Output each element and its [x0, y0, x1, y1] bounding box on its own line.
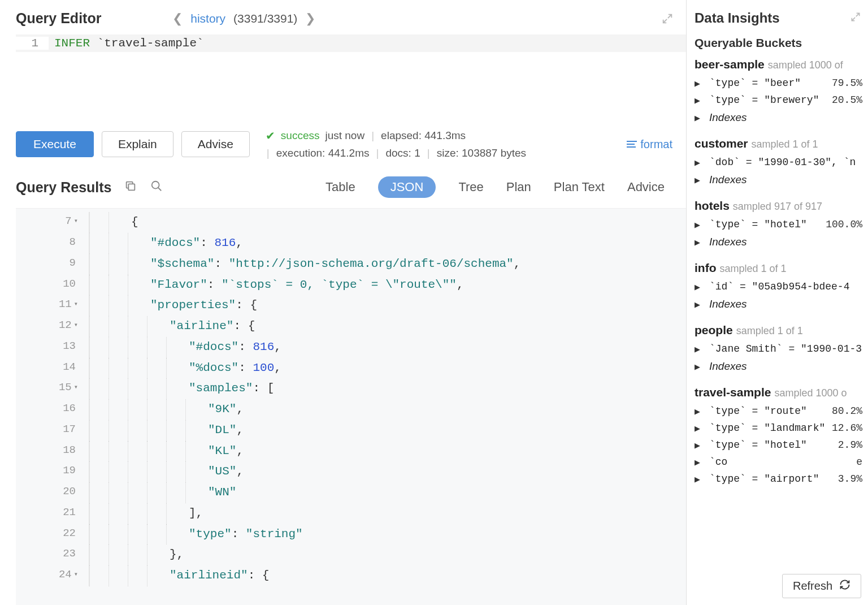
expand-triangle-icon[interactable]: ▶ [695, 345, 704, 353]
json-line[interactable]: 18"KL", [16, 441, 686, 462]
bucket-item[interactable]: ▶`type` = "route"80.2% [695, 403, 868, 420]
bucket-item-text: `type` = "route" [709, 405, 807, 417]
bucket-indexes[interactable]: ▶Indexes [695, 295, 868, 313]
bucket-indexes[interactable]: ▶Indexes [695, 171, 868, 189]
code-editor[interactable]: 1 INFER `travel-sample` [16, 34, 686, 109]
tab-plan[interactable]: Plan [506, 180, 531, 195]
expand-triangle-icon[interactable]: ▶ [695, 114, 704, 122]
json-content: "WN" [205, 482, 236, 503]
expand-triangle-icon[interactable]: ▶ [695, 407, 704, 416]
bucket-item[interactable]: ▶`type` = "hotel"100.0% [695, 216, 868, 233]
tab-tree[interactable]: Tree [458, 180, 483, 195]
bucket-name: beer-sample [695, 58, 765, 71]
expand-triangle-icon[interactable]: ▶ [695, 424, 704, 433]
expand-triangle-icon[interactable]: ▶ [695, 283, 704, 291]
json-content: "#docs": 816, [147, 233, 243, 254]
refresh-button[interactable]: Refresh [782, 574, 861, 598]
expand-triangle-icon[interactable]: ▶ [695, 475, 704, 483]
expand-triangle-icon[interactable]: ▶ [695, 158, 704, 167]
json-line[interactable]: 14"%docs": 100, [16, 358, 686, 379]
code-line[interactable]: 1 INFER `travel-sample` [16, 34, 686, 52]
json-line[interactable]: 21], [16, 503, 686, 524]
bucket-header[interactable]: beer-samplesampled 1000 of [695, 58, 868, 75]
copy-icon[interactable] [124, 180, 137, 195]
tab-json[interactable]: JSON [378, 176, 436, 198]
json-line[interactable]: 20"WN" [16, 482, 686, 503]
json-line[interactable]: 10"Flavor": "`stops` = 0, `type` = \"rou… [16, 275, 686, 296]
json-line[interactable]: 23}, [16, 544, 686, 565]
execute-button[interactable]: Execute [16, 131, 94, 157]
format-label: format [640, 138, 672, 151]
history-link[interactable]: history [190, 12, 225, 25]
bucket-item[interactable]: ▶`type` = "airport"3.9% [695, 470, 868, 487]
expand-triangle-icon[interactable]: ▶ [695, 238, 704, 247]
bucket-item-pct: 80.2% [832, 405, 862, 417]
bucket-header[interactable]: hotelssampled 917 of 917 [695, 199, 868, 216]
bucket-name: hotels [695, 199, 730, 213]
bucket-item-text: `type` = "hotel" [709, 439, 807, 451]
json-content: ], [185, 503, 203, 524]
json-line[interactable]: 15▾"samples": [ [16, 378, 686, 399]
code-identifier: `travel-sample` [97, 37, 204, 50]
json-line-number: 15▾ [16, 378, 84, 399]
bucket-item[interactable]: ▶`dob` = "1990-01-30", `n [695, 154, 868, 171]
bucket-header[interactable]: customersampled 1 of 1 [695, 137, 868, 154]
bucket-item[interactable]: ▶`type` = "beer"79.5% [695, 75, 868, 92]
json-line[interactable]: 22"type": "string" [16, 524, 686, 545]
bucket-item[interactable]: ▶`type` = "brewery"20.5% [695, 92, 868, 109]
history-prev-icon[interactable]: ❮ [172, 12, 183, 25]
json-line[interactable]: 8"#docs": 816, [16, 233, 686, 254]
status-size: size: 103887 bytes [437, 145, 526, 162]
bucket-indexes[interactable]: ▶Indexes [695, 109, 868, 127]
json-line[interactable]: 19"US", [16, 461, 686, 482]
explain-button[interactable]: Explain [102, 131, 173, 157]
json-content: "$schema": "http://json-schema.org/draft… [147, 254, 520, 275]
expand-triangle-icon[interactable]: ▶ [695, 221, 704, 229]
fold-caret-icon[interactable]: ▾ [74, 321, 78, 329]
bucket-item[interactable]: ▶`coe [695, 453, 868, 470]
history-next-icon[interactable]: ❯ [305, 12, 315, 25]
bucket-item-text: `type` = "brewery" [709, 94, 819, 106]
json-line[interactable]: 24▾"airlineid": { [16, 565, 686, 586]
bucket-header[interactable]: infosampled 1 of 1 [695, 261, 868, 278]
expand-triangle-icon[interactable]: ▶ [695, 362, 704, 371]
json-line[interactable]: 16"9K", [16, 399, 686, 420]
tab-plan-text[interactable]: Plan Text [554, 180, 605, 195]
format-button[interactable]: format [627, 138, 672, 151]
fold-caret-icon[interactable]: ▾ [74, 571, 78, 578]
json-viewer[interactable]: 7▾{8"#docs": 816,9"$schema": "http://jso… [16, 208, 686, 605]
bucket-header[interactable]: peoplesampled 1 of 1 [695, 323, 868, 340]
expand-triangle-icon[interactable]: ▶ [695, 441, 704, 450]
bucket-item[interactable]: ▶`Jane Smith` = "1990-01-3 [695, 340, 868, 357]
bucket-indexes[interactable]: ▶Indexes [695, 233, 868, 251]
bucket-item[interactable]: ▶`id` = "05a9b954-bdee-4 [695, 278, 868, 295]
bucket-item[interactable]: ▶`type` = "landmark"12.6% [695, 420, 868, 437]
expand-editor-icon[interactable] [661, 12, 674, 25]
expand-insights-icon[interactable] [850, 11, 861, 25]
advise-button[interactable]: Advise [181, 131, 250, 157]
fold-caret-icon[interactable]: ▾ [74, 300, 78, 308]
expand-triangle-icon[interactable]: ▶ [695, 176, 704, 184]
json-line[interactable]: 17"DL", [16, 420, 686, 441]
bucket-item[interactable]: ▶`type` = "hotel"2.9% [695, 437, 868, 453]
fold-caret-icon[interactable]: ▾ [74, 383, 78, 391]
bucket-sample: sampled 1000 of [768, 59, 843, 71]
expand-triangle-icon[interactable]: ▶ [695, 79, 704, 88]
json-content: "KL", [205, 441, 244, 462]
json-line[interactable]: 9"$schema": "http://json-schema.org/draf… [16, 254, 686, 275]
json-line[interactable]: 11▾"properties": { [16, 295, 686, 316]
expand-triangle-icon[interactable]: ▶ [695, 300, 704, 309]
json-line[interactable]: 13"#docs": 816, [16, 337, 686, 358]
tab-table[interactable]: Table [326, 180, 355, 195]
bucket-header[interactable]: travel-samplesampled 1000 o [695, 386, 868, 403]
expand-triangle-icon[interactable]: ▶ [695, 96, 704, 105]
fold-caret-icon[interactable]: ▾ [74, 217, 78, 225]
json-line[interactable]: 12▾"airline": { [16, 316, 686, 337]
action-row: Execute Explain Advise ✔ success just no… [16, 109, 686, 176]
bucket-indexes[interactable]: ▶Indexes [695, 357, 868, 375]
expand-triangle-icon[interactable]: ▶ [695, 458, 704, 466]
search-icon[interactable] [150, 180, 163, 195]
bucket-sample: sampled 1000 o [774, 387, 847, 399]
json-line[interactable]: 7▾{ [16, 212, 686, 233]
tab-advice[interactable]: Advice [627, 180, 665, 195]
